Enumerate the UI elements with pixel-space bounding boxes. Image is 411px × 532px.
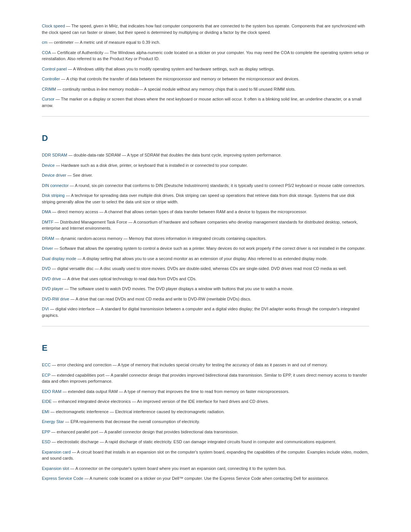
entry: Device driver — See driver. — [42, 172, 369, 179]
definition: — electrostatic discharge — A rapid disc… — [51, 439, 336, 444]
term[interactable]: Device driver — [42, 173, 66, 177]
term[interactable]: Expansion card — [42, 450, 71, 454]
definition: — The software used to watch DVD movies.… — [63, 286, 293, 291]
entry: CRIMM — continuity rambus in-line memory… — [42, 86, 369, 93]
term[interactable]: Driver — [42, 246, 53, 251]
definition: — Software that allows the operating sys… — [53, 246, 365, 251]
entry: Control panel — A Windows utility that a… — [42, 66, 369, 72]
definition: — Certificate of Authenticity — The Wind… — [42, 50, 369, 61]
definition: — See driver. — [66, 173, 93, 177]
entry: Expansion card — A circuit board that in… — [42, 449, 369, 462]
term[interactable]: DVI — [42, 307, 49, 311]
term[interactable]: Device — [42, 163, 55, 168]
term[interactable]: DVD player — [42, 286, 63, 291]
definition: — enhanced parallel port — A parallel co… — [50, 430, 239, 434]
term[interactable]: EPP — [42, 430, 50, 434]
definition: — Hardware such as a disk drive, printer… — [55, 163, 248, 168]
definition: — A round, six-pin connector that confor… — [68, 183, 365, 188]
term[interactable]: EDO RAM — [42, 389, 61, 394]
term[interactable]: EMI — [42, 409, 49, 414]
term[interactable]: DIN connector — [42, 183, 68, 188]
term[interactable]: ESD — [42, 439, 51, 444]
term[interactable]: Express Service Code — [42, 476, 83, 481]
definition: — A technique for spreading data over mu… — [42, 193, 355, 204]
term[interactable]: Disk striping — [42, 193, 65, 198]
term[interactable]: ECP — [42, 373, 50, 377]
entry: EMI — electromagnetic interference — Ele… — [42, 409, 369, 415]
entry: ESD — electrostatic discharge — A rapid … — [42, 439, 369, 445]
section-letter-d: D — [42, 132, 369, 144]
section-divider — [42, 326, 369, 326]
entry: Clock speed — The speed, given in MHz, t… — [42, 23, 369, 35]
definition: — A display setting that allows you to u… — [76, 256, 328, 261]
entry: cm — centimeter — A metric unit of measu… — [42, 39, 369, 46]
term[interactable]: Control panel — [42, 67, 67, 71]
term[interactable]: Energy Star — [42, 419, 64, 424]
entry: Dual display mode — A display setting th… — [42, 256, 369, 262]
entry: Cursor — The marker on a display or scre… — [42, 96, 369, 109]
definition: — EPA requirements that decrease the ove… — [64, 419, 200, 424]
entry: DRAM — dynamic random-access memory — Me… — [42, 235, 369, 242]
entry: EPP — enhanced parallel port — A paralle… — [42, 429, 369, 435]
term[interactable]: DVD — [42, 266, 51, 271]
definition: — error checking and correction — A type… — [51, 363, 328, 367]
term[interactable]: DVD drive — [42, 276, 61, 281]
entry: EIDE — enhanced integrated device electr… — [42, 398, 369, 405]
entry: COA — Certificate of Authenticity — The … — [42, 50, 369, 62]
term[interactable]: ECC — [42, 363, 51, 367]
definition: — digital video interface — A standard f… — [42, 307, 359, 318]
entry: DVD drive — A drive that uses optical te… — [42, 276, 369, 282]
definition: — A chip that controls the transfer of d… — [60, 77, 299, 81]
entry: DVD — digital versatile disc — A disc us… — [42, 265, 369, 272]
term[interactable]: DRAM — [42, 236, 54, 241]
term[interactable]: DDR SDRAM — [42, 153, 67, 157]
entry: Device — Hardware such as a disk drive, … — [42, 162, 369, 169]
term[interactable]: Expansion slot — [42, 466, 69, 471]
entry: DVD player — The software used to watch … — [42, 286, 369, 292]
definition: — A numeric code located on a sticker on… — [83, 476, 329, 481]
term[interactable]: EIDE — [42, 399, 52, 404]
definition: — A circuit board that installs in an ex… — [42, 450, 369, 461]
term[interactable]: COA — [42, 50, 51, 55]
definition: — continuity rambus in-line memory modul… — [56, 87, 296, 91]
term[interactable]: Controller — [42, 77, 60, 81]
term[interactable]: DVD-RW drive — [42, 297, 69, 301]
definition: — A connector on the computer's system b… — [69, 466, 287, 471]
term[interactable]: DMTF — [42, 220, 54, 224]
entry: Controller — A chip that controls the tr… — [42, 76, 369, 82]
term[interactable]: cm — [42, 40, 48, 45]
term[interactable]: DMA — [42, 209, 51, 214]
entry: Disk striping — A technique for spreadin… — [42, 192, 369, 205]
entry: ECC — error checking and correction — A … — [42, 362, 369, 368]
entry: DMA — direct memory access — A channel t… — [42, 209, 369, 215]
entry: EDO RAM — extended data output RAM — A t… — [42, 388, 369, 395]
entry: Energy Star — EPA requirements that decr… — [42, 419, 369, 425]
definition: — extended capabilities port — A paralle… — [42, 373, 367, 384]
definition: — Distributed Management Task Force — A … — [42, 220, 358, 231]
entry: DMTF — Distributed Management Task Force… — [42, 219, 369, 232]
definition: — digital versatile disc — A disc usuall… — [51, 266, 347, 271]
definition: — centimeter — A metric unit of measure … — [48, 40, 161, 45]
entry: Expansion slot — A connector on the comp… — [42, 465, 369, 472]
definition: — direct memory access — A channel that … — [51, 209, 307, 214]
entry: DVI — digital video interface — A standa… — [42, 306, 369, 318]
entry: DVD-RW drive — A drive that can read DVD… — [42, 296, 369, 302]
entry: DIN connector — A round, six-pin connect… — [42, 182, 369, 189]
definition: — A drive that uses optical technology t… — [61, 276, 196, 281]
definition: — electromagnetic interference — Electri… — [49, 409, 225, 414]
entry: DDR SDRAM — double-data-rate SDRAM — A t… — [42, 152, 369, 158]
term[interactable]: Cursor — [42, 97, 54, 101]
entry: Driver — Software that allows the operat… — [42, 245, 369, 252]
definition: — A drive that can read DVDs and most CD… — [69, 297, 251, 301]
definition: — A Windows utility that allows you to m… — [67, 67, 274, 71]
definition: — dynamic random-access memory — Memory … — [54, 236, 266, 241]
term[interactable]: CRIMM — [42, 87, 56, 91]
definition: — enhanced integrated device electronics… — [52, 399, 269, 404]
definition: — The speed, given in MHz, that indicate… — [42, 24, 365, 35]
definition: — The marker on a display or screen that… — [42, 97, 362, 108]
page-content: Clock speed — The speed, given in MHz, t… — [42, 23, 369, 482]
term[interactable]: Dual display mode — [42, 256, 76, 261]
entry: ECP — extended capabilities port — A par… — [42, 372, 369, 385]
term[interactable]: Clock speed — [42, 24, 65, 28]
definition: — extended data output RAM — A type of m… — [61, 389, 289, 394]
